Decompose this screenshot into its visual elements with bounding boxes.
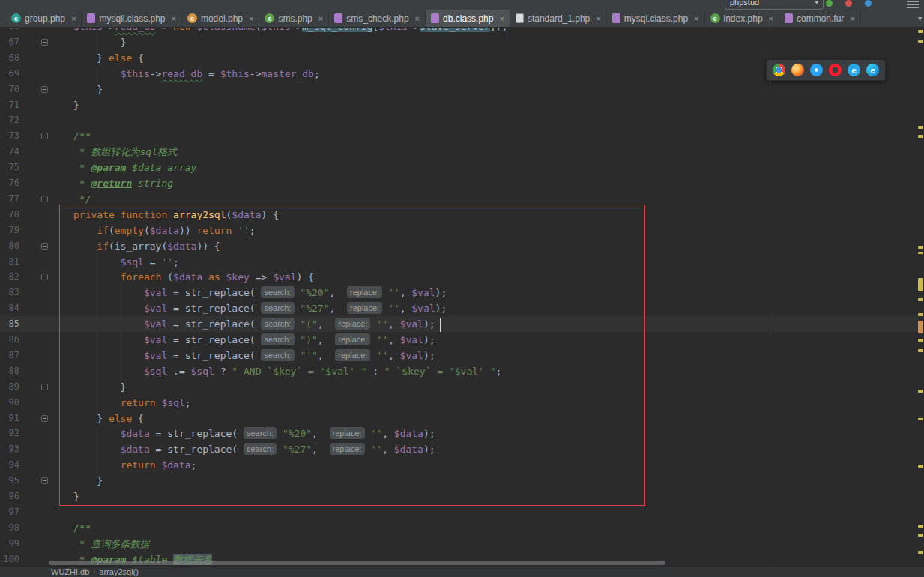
code-line[interactable]: 72 (0, 112, 918, 128)
code-line[interactable]: 88 $sql .= $sql ? " AND `$key` = '$val' … (0, 363, 918, 379)
code-line[interactable]: 94 return $data; (0, 457, 918, 473)
error-stripe-mark[interactable] (918, 551, 923, 554)
code-line[interactable]: 82 foreach ($data as $key => $val) { (0, 269, 918, 285)
line-number: 88 (0, 363, 19, 379)
line-number: 73 (0, 128, 19, 144)
tab-mysql.class.php[interactable]: mysql.class.php× (607, 10, 705, 27)
tab-close-icon[interactable]: × (71, 14, 76, 23)
tab-close-icon[interactable]: × (249, 14, 253, 23)
code-line[interactable]: 90 return $sql; (0, 395, 918, 411)
code-line[interactable]: 81 $sql = ''; (0, 254, 918, 270)
main-menu-icon[interactable] (907, 0, 919, 8)
code-line[interactable]: 71} (0, 97, 918, 113)
fold-marker-icon[interactable] (41, 477, 48, 484)
coverage-button[interactable] (865, 0, 872, 7)
tab-label: index.php (724, 13, 763, 24)
tab-close-icon[interactable]: × (694, 14, 698, 23)
code-line[interactable]: 98/** (0, 520, 918, 536)
code-line[interactable]: 87 $val = str_replace( search: "'", repl… (0, 348, 918, 363)
code-line[interactable]: 84 $val = str_replace( search: "%27", re… (0, 300, 918, 316)
fold-marker-icon[interactable] (41, 274, 48, 280)
code-line[interactable]: 70 } (0, 82, 918, 97)
code-line[interactable]: 75 * @param $data array (0, 160, 918, 175)
chrome-icon[interactable] (773, 64, 785, 76)
error-stripe-mark[interactable] (918, 525, 923, 528)
tab-close-icon[interactable]: × (318, 14, 323, 23)
error-stripe-mark[interactable] (918, 339, 923, 342)
fold-marker-icon[interactable] (41, 243, 48, 250)
tab-close-icon[interactable]: × (769, 14, 773, 23)
breadcrumb-item[interactable]: WUZHI.db (51, 567, 89, 576)
fold-marker-icon[interactable] (41, 86, 48, 93)
fold-marker-icon[interactable] (41, 39, 48, 46)
code-line[interactable]: 96} (0, 489, 918, 504)
error-stripe-mark[interactable] (918, 534, 923, 537)
tab-standard_1.php[interactable]: standard_1.php× (510, 10, 607, 27)
tab-group.php[interactable]: cgroup.php× (6, 10, 82, 27)
error-stripe-mark[interactable] (918, 30, 923, 33)
firefox-icon[interactable] (791, 64, 804, 76)
ie-icon[interactable] (848, 64, 860, 76)
code-line[interactable]: 99 * 查询多条数据 (0, 536, 918, 552)
fold-marker-icon[interactable] (41, 133, 48, 139)
code-line[interactable]: 97 (0, 504, 918, 520)
safari-icon[interactable] (810, 64, 823, 76)
code-line[interactable]: 67 } (0, 34, 918, 50)
error-stripe-mark[interactable] (918, 298, 923, 301)
error-stripe-mark[interactable] (918, 135, 923, 138)
code-line[interactable]: 80 if(is_array($data)) { (0, 238, 918, 254)
breadcrumb-item[interactable]: array2sql() (99, 567, 139, 576)
debug-button[interactable] (845, 0, 852, 7)
fold-marker-icon[interactable] (41, 196, 48, 202)
code-line[interactable]: 89 } (0, 379, 918, 395)
tab-common.fur[interactable]: common.fur× (779, 10, 861, 27)
code-line[interactable]: 78private function array2sql($data) { (0, 207, 918, 223)
line-number: 85 (0, 316, 19, 332)
tab-index.php[interactable]: cindex.php× (705, 10, 779, 27)
opera-icon[interactable] (829, 64, 842, 76)
tab-close-icon[interactable]: × (172, 14, 176, 23)
error-stripe-mark[interactable] (918, 313, 923, 316)
tab-sms_check.php[interactable]: sms_check.php× (329, 10, 426, 27)
code-line[interactable]: 74 * 数组转化为sql格式 (0, 144, 918, 160)
code-line[interactable]: 86 $val = str_replace( search: ")", repl… (0, 332, 918, 348)
hidden-tabs-dropdown-icon[interactable]: ▾ (918, 14, 922, 22)
tab-sms.php[interactable]: csms.php× (259, 10, 329, 27)
code-text: } (73, 34, 126, 50)
code-line[interactable]: 79 if(empty($data)) return ''; (0, 223, 918, 238)
error-stripe-mark[interactable] (918, 321, 923, 333)
error-stripe-mark[interactable] (918, 418, 923, 420)
tab-model.php[interactable]: cmodel.php× (182, 10, 259, 27)
code-line[interactable]: 93 $data = str_replace( search: "%27", r… (0, 441, 918, 457)
error-stripe-mark[interactable] (918, 126, 923, 129)
edge-icon[interactable] (866, 64, 879, 76)
tab-close-icon[interactable]: × (850, 14, 854, 23)
code-line[interactable]: 91 } else { (0, 411, 918, 426)
code-line[interactable]: 92 $data = str_replace( search: "%20", r… (0, 426, 918, 441)
error-stripe-mark[interactable] (918, 246, 923, 249)
horizontal-scrollbar[interactable] (49, 561, 665, 565)
tab-close-icon[interactable]: × (596, 14, 600, 23)
error-stripe-mark[interactable] (918, 390, 923, 393)
editor-pane[interactable]: 66$this->read_db = new $classname($this-… (0, 0, 924, 577)
error-stripe-mark[interactable] (918, 278, 923, 291)
code-line[interactable]: 76 * @return string (0, 175, 918, 191)
code-line[interactable]: 77 */ (0, 191, 918, 207)
error-stripe-mark[interactable] (918, 40, 923, 43)
code-line[interactable]: 85 $val = str_replace( search: "(", repl… (0, 316, 918, 332)
fold-marker-icon[interactable] (41, 384, 48, 390)
error-stripe-mark[interactable] (918, 465, 923, 468)
error-stripe-mark[interactable] (918, 349, 923, 352)
code-line[interactable]: 95 } (0, 473, 918, 489)
run-button[interactable] (826, 0, 833, 7)
run-configuration-select[interactable]: phpstud ▾ (725, 0, 824, 10)
tab-close-icon[interactable]: × (415, 14, 420, 23)
tab-close-icon[interactable]: × (499, 14, 504, 23)
error-stripe-mark[interactable] (918, 252, 923, 254)
fold-marker-icon[interactable] (41, 415, 48, 422)
code-line[interactable]: 73/** (0, 128, 918, 144)
error-stripe[interactable] (917, 27, 924, 567)
tab-mysqli.class.php[interactable]: mysqli.class.php× (82, 10, 181, 27)
tab-db.class.php[interactable]: db.class.php× (426, 10, 510, 27)
code-line[interactable]: 83 $val = str_replace( search: "%20", re… (0, 285, 918, 300)
